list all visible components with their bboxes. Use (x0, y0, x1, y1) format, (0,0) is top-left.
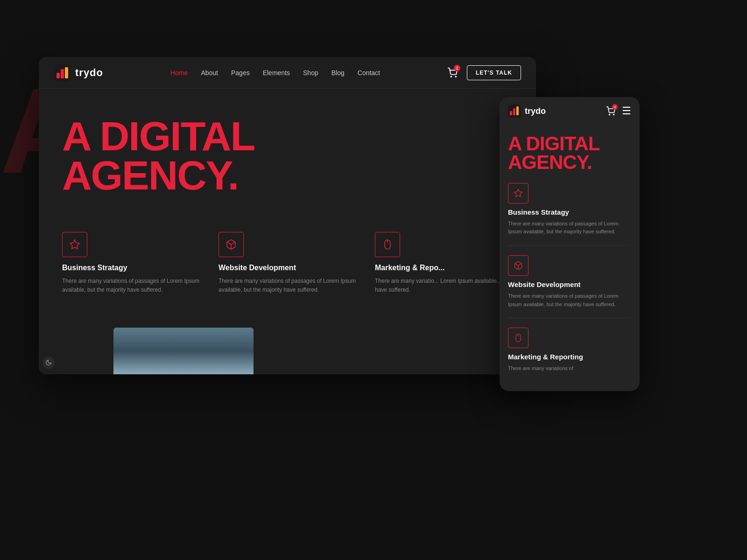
desktop-hero-image (113, 328, 254, 374)
mobile-service-title-2: Website Development (508, 280, 631, 288)
desktop-cart-badge: 2 (454, 65, 460, 71)
desktop-nav-links: Home About Pages Elements Shop Blog Cont… (170, 69, 380, 77)
svg-rect-13 (516, 106, 519, 115)
mouse-icon (382, 239, 393, 250)
nav-link-home[interactable]: Home (170, 69, 188, 77)
mobile-hero-section: A DIGITAL AGENCY. (500, 125, 640, 179)
mobile-star-icon (514, 189, 523, 198)
mobile-hero-title: A DIGITAL AGENCY. (508, 134, 631, 172)
svg-marker-6 (70, 240, 79, 249)
mobile-service-icon-1 (508, 183, 529, 203)
desktop-service-card-2: Website Development There are many varia… (218, 232, 356, 294)
mobile-logo-icon (508, 105, 521, 118)
svg-rect-3 (65, 67, 68, 78)
desktop-service-desc-3: There are many variatio... Lorem Ipsum a… (375, 277, 513, 294)
desktop-service-card-1: Business Stratagy There are many variati… (62, 232, 200, 294)
mobile-service-icon-3 (508, 328, 529, 348)
svg-rect-1 (56, 73, 60, 78)
mobile-mouse-icon (514, 333, 523, 343)
desktop-service-title-3: Marketing & Repo... (375, 264, 513, 272)
desktop-logo[interactable]: trydo (54, 64, 103, 81)
mobile-cart-button[interactable]: 0 (606, 106, 615, 116)
mobile-nav-right: 0 ☰ (606, 105, 631, 117)
theme-toggle-button[interactable] (42, 357, 55, 369)
mobile-nav: trydo 0 ☰ (500, 97, 640, 125)
desktop-service-title-1: Business Stratagy (62, 264, 200, 272)
svg-rect-12 (513, 108, 515, 115)
svg-point-15 (613, 114, 614, 115)
mobile-mockup: trydo 0 ☰ A DIGITAL AGENCY. (500, 97, 640, 391)
mobile-service-title-1: Business Stratagy (508, 208, 631, 216)
nav-link-elements[interactable]: Elements (263, 69, 290, 77)
desktop-service-title-2: Website Development (218, 264, 356, 272)
desktop-browser-mockup: trydo Home About Pages Elements Shop Blo… (39, 57, 536, 374)
desktop-service-icon-2 (218, 232, 244, 257)
mobile-service-desc-3: There are many variations of (508, 364, 631, 373)
star-icon (69, 239, 80, 250)
desktop-hero-image-inner (113, 328, 254, 374)
desktop-logo-text: trydo (75, 67, 103, 79)
mobile-service-item-1: Business Stratagy There are many variati… (508, 183, 631, 246)
mobile-service-item-2: Website Development There are many varia… (508, 255, 631, 318)
desktop-cart-button[interactable]: 2 (447, 68, 458, 78)
desktop-services-row: Business Stratagy There are many variati… (39, 213, 536, 294)
desktop-nav-right: 2 LET'S TALK (447, 65, 521, 80)
mobile-service-icon-2 (508, 255, 529, 276)
mobile-service-desc-1: There are many variations of passages of… (508, 220, 631, 236)
box-icon (226, 239, 237, 250)
mobile-services-list[interactable]: Business Stratagy There are many variati… (500, 179, 640, 391)
desktop-service-desc-2: There are many variations of passages of… (218, 277, 356, 294)
mobile-logo[interactable]: trydo (508, 105, 546, 118)
svg-rect-2 (61, 69, 64, 78)
logo-icon (54, 64, 70, 81)
nav-link-contact[interactable]: Contact (358, 69, 380, 77)
desktop-service-card-3: Marketing & Repo... There are many varia… (375, 232, 513, 294)
mobile-box-icon (514, 261, 523, 270)
hamburger-icon[interactable]: ☰ (622, 105, 631, 117)
svg-point-14 (609, 114, 610, 115)
mobile-logo-text: trydo (525, 106, 546, 116)
nav-link-about[interactable]: About (201, 69, 218, 77)
desktop-hero-title: A DIGITAL AGENCY. (62, 117, 513, 195)
svg-rect-11 (510, 111, 512, 115)
mobile-cart-badge: 0 (612, 104, 618, 110)
svg-point-4 (451, 76, 451, 77)
moon-icon (45, 359, 52, 366)
desktop-nav: trydo Home About Pages Elements Shop Blo… (39, 57, 536, 89)
desktop-service-icon-1 (62, 232, 87, 257)
nav-link-blog[interactable]: Blog (331, 69, 345, 77)
desktop-service-desc-1: There are many variations of passages of… (62, 277, 200, 294)
mobile-service-desc-2: There are many variations of passages of… (508, 292, 631, 308)
desktop-hero-section: A DIGITAL AGENCY. (39, 89, 536, 213)
nav-link-shop[interactable]: Shop (303, 69, 318, 77)
lets-talk-button[interactable]: LET'S TALK (467, 65, 521, 80)
desktop-service-icon-3 (375, 232, 400, 257)
mobile-service-item-3: Marketing & Reporting There are many var… (508, 328, 631, 382)
svg-marker-16 (514, 189, 522, 196)
nav-link-pages[interactable]: Pages (231, 69, 250, 77)
svg-point-5 (455, 76, 456, 77)
mobile-service-title-3: Marketing & Reporting (508, 353, 631, 361)
